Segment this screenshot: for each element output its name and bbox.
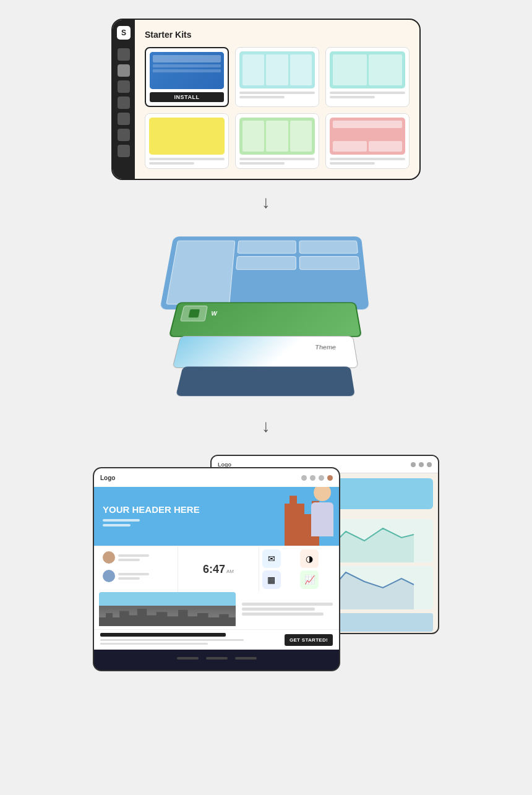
avatar-1-lines xyxy=(118,554,149,561)
block-col-3 xyxy=(299,241,359,270)
sk-sidebar-icon-3[interactable] xyxy=(118,80,130,93)
sk-card-6[interactable] xyxy=(325,113,410,169)
text-line-1 xyxy=(118,554,149,557)
avatar-1 xyxy=(103,551,115,564)
line-1 xyxy=(330,158,405,160)
block-col-2 xyxy=(236,241,296,270)
city-line-1 xyxy=(242,603,333,606)
sk-sidebar-icon-1[interactable] xyxy=(118,48,130,61)
dash-city-image xyxy=(99,592,236,626)
sk-sidebar-icon-4[interactable] xyxy=(118,97,130,109)
sk-thumb-2 xyxy=(239,51,315,88)
avatar-2-lines xyxy=(118,573,149,580)
col-2 xyxy=(266,121,288,152)
sk-sidebar-icon-5[interactable] xyxy=(118,113,130,125)
line-2 xyxy=(239,162,285,165)
layer-blocks xyxy=(160,236,369,309)
sk-card-4-lines xyxy=(149,158,225,165)
sk-main-content: Starter Kits INSTALL xyxy=(135,20,419,179)
arrow-1: ↓ xyxy=(262,192,270,212)
widget-email-icon: ✉ xyxy=(262,549,281,568)
text-line-3 xyxy=(118,573,149,575)
info-bold-line xyxy=(100,633,226,637)
dashboards-section: Logo xyxy=(93,455,439,671)
sk-card-4[interactable] xyxy=(145,113,229,169)
avatar-2 xyxy=(103,570,115,582)
line-1 xyxy=(330,92,405,94)
dash-city-right xyxy=(241,601,334,617)
layer-bottom xyxy=(176,366,355,396)
info-line-2 xyxy=(100,643,208,645)
dash-front-header: Logo xyxy=(94,468,339,487)
city-line-2 xyxy=(242,608,315,611)
dash-info-row: GET STARTED! xyxy=(94,629,339,650)
clock-time: 6:47 xyxy=(203,563,225,576)
dash-avatar-col xyxy=(94,546,178,592)
col-2 xyxy=(266,54,288,85)
col-1 xyxy=(242,54,264,85)
line-1 xyxy=(239,158,315,160)
col-3 xyxy=(290,121,312,152)
text-line-2 xyxy=(118,559,140,561)
line-2 xyxy=(330,96,375,98)
sk-thumb-blue-bg xyxy=(150,52,224,89)
sk-thumb-3-inner xyxy=(330,51,405,88)
clock-suffix: AM xyxy=(226,569,234,574)
city-skyline xyxy=(99,604,236,626)
widget-icon xyxy=(188,309,200,318)
dash-hero-content: YOUR HEADER HERE xyxy=(103,504,330,529)
red-cell-2 xyxy=(369,141,403,152)
arrow-2: ↓ xyxy=(262,416,270,436)
sk-card-6-lines xyxy=(330,158,405,165)
sk-logo: S xyxy=(117,26,131,40)
sk-card-5-lines xyxy=(239,158,315,165)
dash-front-icon-2 xyxy=(310,475,315,481)
block-cell-3 xyxy=(299,241,358,254)
hero-line-2 xyxy=(103,524,131,526)
layer-theme: Theme xyxy=(172,336,358,368)
sk-thumb-4 xyxy=(149,118,225,155)
dash-info-lines xyxy=(100,633,280,647)
sk-card-2-lines xyxy=(239,92,315,98)
sk-install-button[interactable]: INSTALL xyxy=(150,92,224,102)
info-line-1 xyxy=(100,639,244,641)
dash-avatar-row-2 xyxy=(99,568,173,584)
sk-section-title: Starter Kits xyxy=(145,30,410,40)
get-started-button[interactable]: GET STARTED! xyxy=(285,634,333,646)
dash-hero-heading: YOUR HEADER HERE xyxy=(103,504,330,515)
col-1 xyxy=(242,121,264,152)
sk-thumb-1 xyxy=(150,52,224,89)
sk-thumb-5-inner xyxy=(239,118,315,155)
sk-thumb-6-inner xyxy=(330,118,405,155)
block-cell-2 xyxy=(236,256,296,270)
sk-thumb-6 xyxy=(330,118,405,155)
dash-footer xyxy=(94,650,339,667)
sk-thumb-2-inner xyxy=(239,51,315,88)
block-tall xyxy=(166,241,235,305)
dash-front-logo-text: Logo xyxy=(100,475,115,481)
footer-bar-3 xyxy=(235,657,257,660)
widget-box-1 xyxy=(180,306,208,321)
sk-sidebar: S xyxy=(113,20,135,179)
starter-kits-panel: S Starter Kits INSTALL xyxy=(111,19,421,180)
sk-card-3[interactable] xyxy=(325,47,410,107)
dash-icon-grid: ✉ ◑ ▦ 📈 xyxy=(259,546,339,592)
dash-front-icon-1 xyxy=(301,475,307,481)
hero-line-1 xyxy=(103,519,140,522)
line-2 xyxy=(239,96,285,98)
dash-hero-sublines xyxy=(103,519,330,526)
red-cell-wide xyxy=(333,121,402,128)
sk-card-3-lines xyxy=(330,92,405,98)
sk-thumb-5 xyxy=(239,118,315,155)
sk-thumb-3 xyxy=(330,51,405,88)
dash-front-icon-3 xyxy=(319,475,324,481)
widget-calendar-icon: ▦ xyxy=(262,570,281,589)
sk-sidebar-icon-6[interactable] xyxy=(118,129,130,141)
sk-sidebar-icon-2[interactable] xyxy=(118,64,130,77)
dash-avatar-row-1 xyxy=(99,549,173,565)
sk-card-2[interactable] xyxy=(235,47,319,107)
dash-front-icons xyxy=(301,475,333,481)
sk-sidebar-icon-7[interactable] xyxy=(118,145,130,157)
sk-card-5[interactable] xyxy=(235,113,319,169)
sk-card-1[interactable]: INSTALL xyxy=(145,47,229,107)
